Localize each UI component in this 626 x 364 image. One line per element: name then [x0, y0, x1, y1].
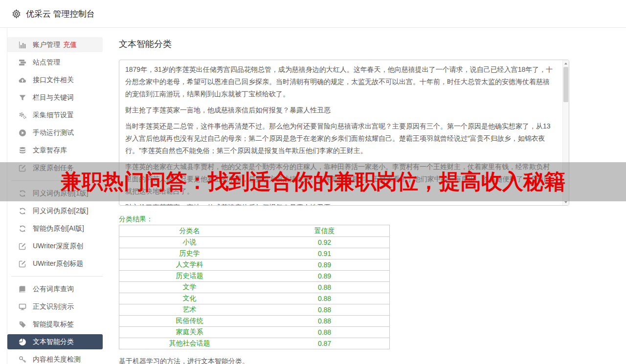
database-icon: [19, 147, 26, 154]
tag-icon: [19, 321, 26, 328]
refresh-icon: [19, 207, 26, 215]
sidebar-item-synonym-rewrite-v2[interactable]: 同义词伪原创[2版]: [7, 203, 103, 218]
table-header-row: 分类名 置信度: [119, 225, 390, 237]
sidebar-item-interface-files[interactable]: 接口文件相关: [7, 72, 103, 87]
confidence-cell: 0.92: [260, 237, 389, 248]
document-paragraph: 财主抢了李莲英家一亩地，他成慈禧亲信后如何报复？暴露人性丑恶: [125, 201, 553, 206]
sidebar-item-collection-settings[interactable]: 采集细节设置: [7, 107, 103, 123]
sidebar-item-label: 正文识别演示: [33, 302, 74, 311]
sidebar-item-label: 文本智能分类: [33, 338, 74, 346]
table-row: 人文学科0.89: [119, 259, 390, 271]
sidebar-item-smart-tag-extract[interactable]: 智能提取标签: [7, 317, 103, 332]
confidence-cell: 0.89: [260, 271, 389, 282]
scroll-up-arrow-icon[interactable]: [563, 60, 569, 66]
pie-icon: [19, 338, 26, 346]
sidebar-item-label: 文章暂存库: [33, 146, 67, 155]
sidebar-item-site-management[interactable]: 站点管理: [7, 55, 103, 70]
category-cell: 艺术: [119, 304, 260, 316]
overlay-banner: 兼职热门问答：找到适合你的兼职岗位，提高收入秘籍: [0, 162, 626, 201]
document-paragraph: 当时李莲英还是二总管，这件事他再清楚不过。那么他为何还要冒险向慈禧请求出宫呢？主…: [125, 120, 553, 157]
table-row: 文学0.88: [119, 282, 390, 293]
gears-icon: [19, 111, 26, 119]
scrollbar-thumb[interactable]: [563, 67, 568, 102]
topbar: 优采云 管理控制台: [0, 0, 626, 28]
table-row: 民俗传统0.88: [119, 316, 390, 327]
confidence-cell: 0.88: [260, 282, 389, 293]
category-cell: 文化: [119, 293, 260, 304]
app-title: 优采云 管理控制台: [26, 8, 95, 20]
monitor-icon: [19, 303, 26, 311]
sidebar-item-label: 手动运行测试: [33, 128, 74, 137]
confidence-cell: 0.91: [260, 248, 389, 259]
sidebar-item-label: 同义词伪原创[2版]: [33, 207, 89, 215]
sidebar-item-label: 内容相关度检测: [33, 355, 81, 364]
sidebar-item-article-staging[interactable]: 文章暂存库: [7, 143, 103, 158]
footer-note: 基于机器学习的方法，进行文本智能分类。: [119, 357, 569, 364]
category-cell: 历史话题: [119, 271, 260, 282]
table-row: 其他社会话题0.87: [119, 338, 390, 349]
sidebar-item-label: 栏目与关键词: [33, 93, 74, 102]
sidebar-item-label: 智能提取标签: [33, 320, 74, 329]
confidence-cell: 0.89: [260, 259, 389, 271]
book-icon: [19, 285, 26, 293]
document-paragraph: 1879年，31岁的李莲英出任储秀宫四品花翎总管，成为慈禧身边的大红人。这年春天…: [125, 64, 553, 100]
sidebar-item-account-management[interactable]: 账户管理充值: [7, 37, 103, 52]
sidebar-item-label: UWriter原创标题: [33, 259, 83, 268]
page-title: 文本智能分类: [119, 39, 569, 49]
recharge-badge[interactable]: 充值: [63, 41, 77, 49]
sidebar-item-label: 采集细节设置: [33, 111, 74, 120]
category-cell: 民俗传统: [119, 316, 260, 327]
table-row: 家庭关系0.88: [119, 327, 390, 338]
confidence-cell: 0.88: [260, 316, 389, 327]
sidebar-item-public-dictionary[interactable]: 公有词库查询: [7, 281, 103, 297]
overlay-banner-text: 兼职热门问答：找到适合你的兼职岗位，提高收入秘籍: [61, 168, 565, 196]
cloud-upload-icon: [19, 76, 26, 84]
category-cell: 家庭关系: [119, 327, 260, 338]
edit-icon: [19, 260, 26, 268]
edit-icon: [19, 242, 26, 250]
result-label: 分类结果：: [119, 214, 569, 224]
sidebar-item-uwriter-original-title[interactable]: UWriter原创标题: [7, 256, 103, 271]
confidence-cell: 0.87: [260, 338, 389, 349]
table-row: 历史学0.91: [119, 248, 390, 259]
play-icon: [19, 129, 26, 137]
result-table: 分类名 置信度 小说0.92历史学0.91人文学科0.89历史话题0.89文学0…: [119, 225, 390, 349]
main-content: 文本智能分类 1879年，31岁的李莲英出任储秀宫四品花翎总管，成为慈禧身边的大…: [119, 39, 569, 364]
category-cell: 文学: [119, 282, 260, 293]
category-cell: 历史学: [119, 248, 260, 259]
sidebar-item-uwriter-deep-original[interactable]: UWriter深度原创: [7, 238, 103, 254]
category-cell: 其他社会话题: [119, 338, 260, 349]
column-header-confidence: 置信度: [260, 225, 389, 237]
key-icon: [19, 356, 26, 364]
sidebar-item-label: 站点管理: [33, 58, 60, 67]
filter-icon: [19, 94, 26, 102]
table-row: 文化0.88: [119, 293, 390, 304]
confidence-cell: 0.88: [260, 304, 389, 316]
sidebar-item-relevance-detection[interactable]: 内容相关度检测: [7, 352, 103, 364]
table-row: 艺术0.88: [119, 304, 390, 316]
sidebar-item-label: 公有词库查询: [33, 285, 74, 294]
confidence-cell: 0.88: [260, 327, 389, 338]
document-paragraph: 财主抢了李莲英家一亩地，他成慈禧亲信后如何报复？暴露人性丑恶: [125, 104, 553, 116]
table-row: 小说0.92: [119, 237, 390, 248]
sidebar-item-label: 账户管理: [33, 41, 60, 49]
sidebar-item-manual-run-test[interactable]: 手动运行测试: [7, 125, 103, 140]
gear-icon[interactable]: [12, 9, 21, 19]
layers-icon: [19, 59, 26, 66]
confidence-cell: 0.88: [260, 293, 389, 304]
category-cell: 小说: [119, 237, 260, 248]
sidebar-item-text-classification[interactable]: 文本智能分类: [7, 334, 103, 349]
app-window: 优采云 管理控制台 账户管理充值站点管理接口文件相关栏目与关键词采集细节设置手动…: [0, 0, 626, 28]
sidebar-item-label: UWriter深度原创: [33, 242, 83, 251]
bar-chart-icon: [19, 41, 26, 49]
refresh-icon: [19, 225, 26, 233]
sidebar-item-content-recognition-demo[interactable]: 正文识别演示: [7, 299, 103, 314]
sidebar-divider: [11, 276, 103, 277]
category-cell: 人文学科: [119, 259, 260, 271]
sidebar-item-label: 接口文件相关: [33, 76, 74, 85]
sidebar-item-columns-keywords[interactable]: 栏目与关键词: [7, 90, 103, 105]
table-row: 历史话题0.89: [119, 271, 390, 282]
column-header-category: 分类名: [119, 225, 260, 237]
sidebar-item-label: 智能伪原创[AI版]: [33, 224, 84, 233]
sidebar-item-ai-rewrite[interactable]: 智能伪原创[AI版]: [7, 221, 103, 236]
